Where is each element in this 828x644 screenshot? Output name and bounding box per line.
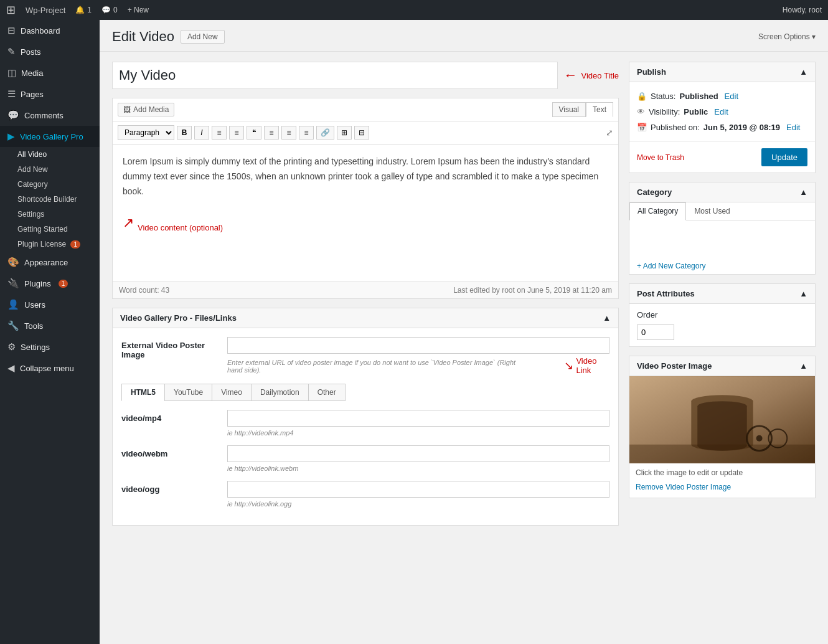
cat-tab-most-used[interactable]: Most Used [686, 202, 738, 220]
video-link-label: Video Link [576, 356, 609, 375]
editor-content-area[interactable]: Lorem Ipsum is simply dummy text of the … [113, 144, 618, 282]
webm-input[interactable] [227, 445, 609, 462]
more-button[interactable]: ⊟ [354, 126, 369, 140]
tab-other[interactable]: Other [308, 384, 346, 401]
publish-toggle-icon: ▲ [799, 67, 807, 77]
sidebar-sub-plugin-license[interactable]: Plugin License 1 [0, 237, 100, 252]
editor-footer: Word count: 43 Last edited by root on Ju… [113, 282, 618, 298]
comments-icon[interactable]: 💬 0 [101, 6, 118, 14]
tab-text[interactable]: Text [586, 102, 613, 117]
blockquote-button[interactable]: ❝ [247, 126, 261, 140]
title-annotation-label: Video Title [581, 71, 619, 80]
move-to-trash-link[interactable]: Move to Trash [637, 153, 684, 162]
update-button[interactable]: Update [761, 148, 807, 166]
fullscreen-button[interactable]: ⤢ [606, 128, 613, 138]
sidebar-item-video-gallery-pro[interactable]: ▶ Video Gallery Pro [0, 126, 100, 147]
cat-tab-all[interactable]: All Category [629, 202, 686, 220]
order-label: Order [637, 310, 657, 320]
published-on-edit-link[interactable]: Edit [786, 123, 800, 132]
dashboard-icon: ⊟ [7, 25, 16, 36]
webm-row: video/webm ie http://videolink.webm [121, 445, 609, 472]
tab-vimeo[interactable]: Vimeo [212, 384, 252, 401]
sidebar-sub-all-video[interactable]: All Video [0, 147, 100, 162]
tab-visual[interactable]: Visual [552, 102, 586, 117]
files-links-header[interactable]: Video Gallery Pro - Files/Links ▲ [113, 308, 618, 328]
sidebar-item-comments[interactable]: 💬 Comments [0, 105, 100, 126]
italic-button[interactable]: I [194, 126, 209, 140]
external-poster-label: External Video Poster Image [121, 337, 221, 359]
screen-options-button[interactable]: Screen Options ▾ [758, 32, 816, 41]
ul-button[interactable]: ≡ [212, 126, 227, 140]
video-title-input[interactable] [112, 62, 558, 89]
ogg-row: video/ogg ie http://videolink.ogg [121, 481, 609, 508]
site-name[interactable]: Wp-Project [26, 6, 65, 15]
sidebar-sub-getting-started[interactable]: Getting Started [0, 222, 100, 237]
sidebar-item-posts[interactable]: ✎ Posts [0, 41, 100, 62]
tab-dailymotion[interactable]: Dailymotion [251, 384, 309, 401]
publish-actions: Move to Trash Update [629, 141, 815, 173]
video-poster-header[interactable]: Video Poster Image ▲ [629, 356, 815, 376]
status-row: 🔒 Status: Published Edit [637, 88, 807, 104]
sidebar-item-plugins[interactable]: 🔌 Plugins 1 [0, 273, 100, 294]
sidebar-collapse-button[interactable]: ◀ Collapse menu [0, 358, 100, 379]
external-poster-input[interactable] [227, 337, 609, 354]
new-item-button[interactable]: + New [128, 6, 149, 14]
bold-button[interactable]: B [177, 126, 192, 140]
video-poster-image[interactable] [629, 376, 815, 463]
table-button[interactable]: ⊞ [337, 126, 352, 140]
add-new-category-link[interactable]: + Add New Category [629, 258, 815, 274]
mp4-input[interactable] [227, 410, 609, 427]
category-header[interactable]: Category ▲ [629, 182, 815, 202]
post-attributes-title: Post Attributes [637, 289, 695, 298]
visibility-edit-link[interactable]: Edit [714, 107, 728, 116]
align-right-button[interactable]: ≡ [299, 126, 314, 140]
sidebar-item-dashboard[interactable]: ⊟ Dashboard [0, 20, 100, 41]
align-left-button[interactable]: ≡ [264, 126, 279, 140]
publish-header[interactable]: Publish ▲ [629, 62, 815, 82]
sidebar-sub-add-new[interactable]: Add New [0, 162, 100, 177]
sidebar-sub-shortcode-builder[interactable]: Shortcode Builder [0, 192, 100, 207]
users-icon: 👤 [7, 299, 19, 310]
content-annotation: ↗ Video content (optional) [123, 211, 608, 234]
add-media-icon: 🖼 [123, 105, 131, 114]
webm-label: video/webm [121, 445, 221, 458]
align-center-button[interactable]: ≡ [281, 126, 296, 140]
sidebar-item-settings[interactable]: ⚙ Settings [0, 336, 100, 358]
ol-button[interactable]: ≡ [229, 126, 244, 140]
published-on-label: Published on: [651, 123, 700, 132]
publish-title: Publish [637, 67, 666, 77]
add-media-button[interactable]: 🖼 Add Media [118, 103, 174, 116]
sidebar-item-pages[interactable]: ☰ Pages [0, 83, 100, 105]
files-links-toggle-icon: ▲ [603, 313, 611, 323]
sidebar-sub-settings[interactable]: Settings [0, 207, 100, 222]
paragraph-select[interactable]: Paragraph [118, 125, 174, 140]
sidebar-item-appearance[interactable]: 🎨 Appearance [0, 252, 100, 273]
sidebar-item-media[interactable]: ◫ Media [0, 62, 100, 83]
remove-poster-link[interactable]: Remove Video Poster Image [636, 483, 731, 491]
files-links-box: Video Gallery Pro - Files/Links ▲ Extern… [112, 308, 619, 526]
post-attributes-header[interactable]: Post Attributes ▲ [629, 284, 815, 304]
external-poster-row: External Video Poster Image Enter extern… [121, 337, 609, 375]
user-howdy: Howdy, root [783, 6, 822, 14]
tab-html5[interactable]: HTML5 [121, 384, 165, 401]
title-section: ← Video Title [112, 62, 619, 89]
link-button[interactable]: 🔗 [316, 126, 334, 140]
pages-icon: ☰ [7, 88, 16, 100]
plugins-icon: 🔌 [7, 278, 19, 289]
category-list [629, 220, 815, 258]
editor-formatting-toolbar: Paragraph B I ≡ ≡ ❝ ≡ ≡ ≡ 🔗 ⊞ ⊟ ⤢ [113, 121, 618, 144]
sidebar-sub-category[interactable]: Category [0, 177, 100, 192]
comments-menu-icon: 💬 [7, 110, 19, 121]
sidebar-item-tools[interactable]: 🔧 Tools [0, 315, 100, 336]
ogg-input[interactable] [227, 481, 609, 498]
status-edit-link[interactable]: Edit [725, 92, 738, 101]
order-input[interactable] [637, 324, 674, 340]
category-title: Category [637, 187, 672, 197]
collapse-icon: ◀ [7, 362, 15, 374]
updates-icon[interactable]: 🔔 1 [75, 6, 92, 14]
video-poster-remove-row: Remove Video Poster Image [629, 482, 815, 498]
post-attributes-toggle-icon: ▲ [799, 289, 807, 298]
tab-youtube[interactable]: YouTube [164, 384, 212, 401]
add-new-button[interactable]: Add New [181, 30, 225, 44]
sidebar-item-users[interactable]: 👤 Users [0, 294, 100, 315]
